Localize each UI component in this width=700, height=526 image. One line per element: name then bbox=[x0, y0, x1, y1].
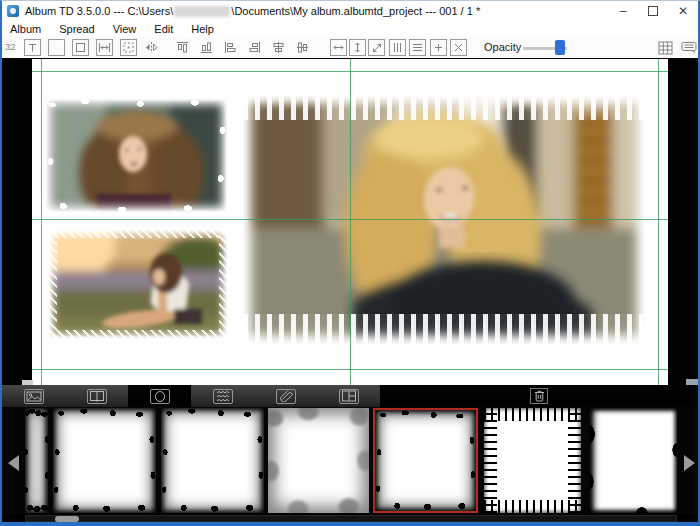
toolbar: 3:2 Opacity bbox=[2, 37, 698, 59]
rectangle-icon[interactable] bbox=[48, 39, 65, 56]
tab-masks[interactable] bbox=[128, 385, 191, 407]
tab-photos[interactable] bbox=[2, 385, 65, 407]
layout-icon bbox=[339, 389, 359, 404]
mask-thumb-5[interactable] bbox=[484, 408, 581, 513]
align-top-icon[interactable] bbox=[174, 39, 191, 56]
tab-textures[interactable] bbox=[191, 385, 254, 407]
tab-spreads[interactable] bbox=[65, 385, 128, 407]
frame-margins-icon[interactable] bbox=[72, 39, 89, 56]
stripes-vertical-icon[interactable] bbox=[389, 39, 406, 56]
scrollbar-thumb[interactable] bbox=[55, 516, 79, 522]
guide-vertical-right bbox=[658, 59, 659, 385]
center-horizontal-icon[interactable] bbox=[270, 39, 287, 56]
menu-view[interactable]: View bbox=[104, 23, 146, 35]
spread-canvas[interactable] bbox=[2, 58, 698, 385]
horizontal-spacing-icon[interactable] bbox=[96, 39, 113, 56]
title-prefix: Album TD 3.5.0.0 --- C:\Users\ bbox=[25, 5, 173, 17]
opacity-label: Opacity bbox=[484, 41, 521, 53]
aspect-ratio-icon[interactable]: 3:2 bbox=[5, 42, 15, 52]
center-vertical-icon[interactable] bbox=[294, 39, 311, 56]
resize-diagonal-icon[interactable] bbox=[368, 39, 385, 56]
guide-vertical-center bbox=[350, 59, 351, 385]
censored-username bbox=[174, 6, 230, 17]
menu-album[interactable]: Album bbox=[2, 23, 50, 35]
close-button[interactable]: ✕ bbox=[668, 1, 698, 21]
resize-height-icon[interactable] bbox=[349, 39, 366, 56]
text-box-icon[interactable] bbox=[24, 39, 41, 56]
selection-points-icon[interactable] bbox=[120, 39, 137, 56]
add-box-icon[interactable] bbox=[430, 39, 447, 56]
align-bottom-icon[interactable] bbox=[198, 39, 215, 56]
title-suffix: \Documents\My album.albumtd_project --- … bbox=[231, 5, 480, 17]
delete-mask-button[interactable] bbox=[530, 388, 548, 404]
canvas-scroll-left-grip[interactable] bbox=[22, 380, 33, 385]
scroll-left-arrow[interactable] bbox=[8, 455, 19, 471]
align-left-icon[interactable] bbox=[222, 39, 239, 56]
minimize-button[interactable]: – bbox=[608, 1, 638, 21]
scrollbar-track[interactable] bbox=[25, 515, 677, 522]
photo-field-bottom-left[interactable] bbox=[48, 229, 228, 339]
panel-tab-bar bbox=[2, 385, 698, 407]
oval-mask-icon bbox=[150, 389, 170, 404]
mask-thumb-3[interactable] bbox=[268, 408, 369, 513]
mask-thumbnail-strip bbox=[2, 407, 698, 514]
maximize-button[interactable] bbox=[638, 1, 668, 21]
grid-icon[interactable] bbox=[657, 39, 674, 56]
mask-thumb-4-selected[interactable] bbox=[373, 408, 478, 513]
photo-icon bbox=[24, 389, 44, 404]
delete-box-icon[interactable] bbox=[450, 39, 467, 56]
resize-width-icon[interactable] bbox=[330, 39, 347, 56]
photo-blonde-right[interactable] bbox=[243, 96, 645, 344]
window-title: Album TD 3.5.0.0 --- C:\Users\\Documents… bbox=[25, 5, 480, 18]
scroll-right-arrow[interactable] bbox=[684, 455, 695, 471]
notes-icon[interactable] bbox=[680, 39, 697, 56]
align-right-icon[interactable] bbox=[246, 39, 263, 56]
mask-thumb-6[interactable] bbox=[589, 408, 677, 513]
mask-thumb-2[interactable] bbox=[161, 408, 264, 513]
mask-thumb-partial[interactable] bbox=[25, 408, 48, 513]
opacity-slider-thumb[interactable] bbox=[555, 40, 565, 55]
paperclip-icon bbox=[276, 389, 296, 404]
book-icon bbox=[87, 389, 107, 404]
maximize-icon bbox=[648, 6, 658, 16]
menu-edit[interactable]: Edit bbox=[145, 23, 182, 35]
tab-cliparts[interactable] bbox=[254, 385, 317, 407]
menu-bar: Album Spread View Edit Help bbox=[2, 21, 698, 37]
trash-icon bbox=[534, 390, 545, 402]
menu-spread[interactable]: Spread bbox=[50, 23, 103, 35]
app-icon bbox=[7, 5, 19, 17]
waves-icon bbox=[213, 389, 233, 404]
stripes-horizontal-icon[interactable] bbox=[409, 39, 426, 56]
title-bar: Album TD 3.5.0.0 --- C:\Users\\Documents… bbox=[2, 1, 698, 21]
menu-help[interactable]: Help bbox=[182, 23, 223, 35]
window-controls: – ✕ bbox=[608, 1, 698, 21]
flip-horizontal-icon[interactable] bbox=[143, 39, 160, 56]
canvas-scroll-right-grip[interactable] bbox=[686, 379, 699, 385]
mask-thumb-1[interactable] bbox=[53, 408, 156, 513]
photo-portrait-top-left[interactable] bbox=[45, 98, 228, 213]
album-td-window: Album TD 3.5.0.0 --- C:\Users\\Documents… bbox=[0, 0, 700, 526]
guide-vertical-left bbox=[41, 59, 42, 385]
tab-layouts[interactable] bbox=[317, 385, 380, 407]
guide-horizontal-top bbox=[32, 71, 668, 72]
guide-horizontal-bottom bbox=[32, 369, 668, 370]
thumbnail-scrollbar bbox=[2, 514, 698, 523]
guide-horizontal-center bbox=[32, 219, 668, 220]
